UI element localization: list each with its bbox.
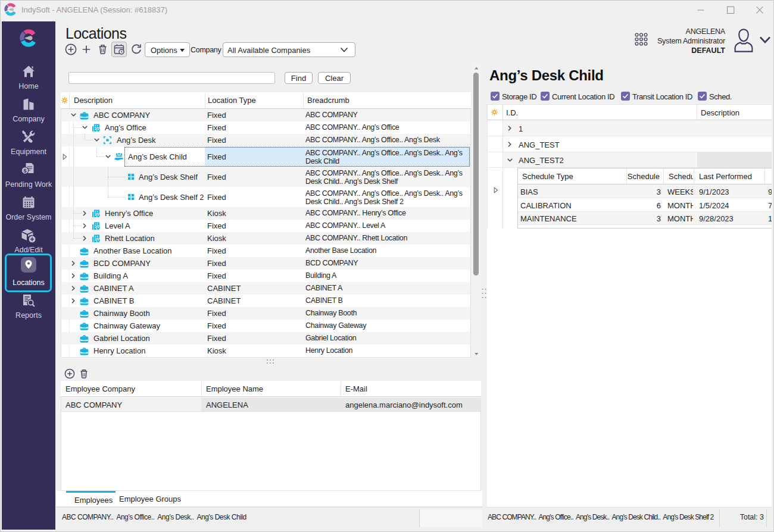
svg-text:$: $ <box>23 168 26 174</box>
